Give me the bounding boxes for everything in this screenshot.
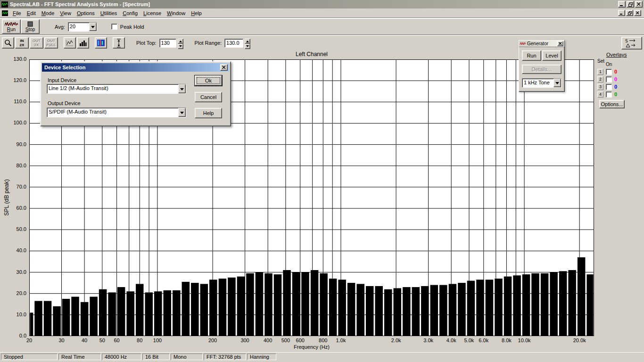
overlay-1-count: 0: [614, 69, 617, 74]
mdi-restore-button[interactable]: [626, 10, 633, 16]
peak-hold-checkbox[interactable]: [111, 24, 117, 30]
focus-ring: [197, 77, 220, 84]
overlay-3-count: 0: [614, 84, 617, 90]
line-plot-view-button[interactable]: [64, 37, 76, 49]
generator-close-button[interactable]: [557, 41, 563, 46]
menu-help[interactable]: Help: [188, 9, 205, 17]
ok-button[interactable]: Ok: [195, 75, 222, 86]
y-axis-tick-label: 80.0: [0, 163, 26, 168]
chart-title: Left Channel: [29, 51, 594, 58]
plot-top-input[interactable]: 130: [159, 39, 176, 48]
help-button[interactable]: Help: [195, 108, 222, 118]
generator-analyzer-toggle-button[interactable]: S: [621, 37, 642, 49]
overlay-2-count: 0: [614, 76, 617, 82]
minimize-button[interactable]: [618, 1, 626, 8]
window-title: SpectraLAB - FFT Spectral Analysis Syste…: [10, 1, 617, 7]
run-label: Run: [7, 27, 16, 32]
dialog-close-button[interactable]: [220, 64, 228, 71]
stop-label: Stop: [25, 27, 35, 32]
generator-waveform-icon: [520, 41, 526, 46]
overlays-set-header: Set: [597, 58, 604, 64]
chevron-down-icon[interactable]: [553, 79, 561, 87]
x-axis-tick-label: 200: [208, 337, 217, 343]
y-axis-tick-label: 10.0: [0, 312, 26, 317]
device-selection-dialog: Device Selection Input Device Line 1/2 (…: [40, 61, 231, 126]
y-axis-tick-label: 100.0: [0, 120, 26, 125]
x-axis-tick-label: 2.0k: [391, 337, 401, 343]
line-chart-icon: [66, 40, 74, 46]
chevron-down-icon[interactable]: [89, 23, 97, 31]
spectrogram-view-button[interactable]: [95, 37, 107, 49]
peak-hold-label: Peak Hold: [120, 24, 144, 30]
menu-edit[interactable]: Edit: [24, 9, 39, 17]
dialog-title: Device Selection: [44, 65, 220, 70]
app-icon: [1, 1, 8, 8]
menu-config[interactable]: Config: [120, 9, 140, 17]
x-axis-tick-label: 3.0k: [423, 337, 433, 343]
spin-down-icon[interactable]: [245, 44, 250, 49]
chevron-down-icon[interactable]: [178, 84, 186, 93]
spin-up-icon[interactable]: [245, 39, 250, 44]
generator-run-button[interactable]: Run: [522, 50, 541, 61]
y-axis-tick-label: 120.0: [0, 77, 26, 83]
x-axis-tick-label: 300: [240, 337, 249, 343]
menu-license[interactable]: License: [140, 9, 164, 17]
menu-window[interactable]: Window: [164, 9, 188, 17]
chevron-down-icon[interactable]: [178, 108, 186, 117]
menu-file[interactable]: File: [10, 9, 24, 17]
zoom-in-2x-button[interactable]: IN 2X: [15, 37, 29, 49]
run-button[interactable]: Run: [2, 19, 21, 34]
generator-titlebar[interactable]: Generator: [519, 41, 564, 47]
plot-range-input[interactable]: 130.0: [224, 39, 243, 48]
generator-level-button[interactable]: Level: [542, 50, 561, 61]
cancel-button[interactable]: Cancel: [195, 92, 222, 102]
overlay-4-count: 0: [614, 91, 617, 97]
overlay-1-on-checkbox[interactable]: [606, 69, 612, 75]
x-axis-tick-label: 800: [319, 337, 327, 343]
menu-options[interactable]: Options: [74, 9, 98, 17]
plot-range-spinner: [245, 39, 250, 48]
input-device-value: Line 1/2 (M-Audio Transit): [47, 84, 178, 93]
output-device-label: Output Device: [48, 100, 81, 106]
stop-button[interactable]: Stop: [21, 19, 40, 34]
vertical-scale-button[interactable]: [113, 37, 125, 49]
menu-utilities[interactable]: Utilities: [98, 9, 120, 17]
input-device-label: Input Device: [48, 77, 76, 83]
menu-view[interactable]: View: [57, 9, 74, 17]
overlay-2-on-checkbox[interactable]: [606, 76, 612, 82]
overlays-title[interactable]: Overlays: [606, 52, 627, 58]
mdi-minimize-button[interactable]: [618, 10, 625, 16]
output-device-select[interactable]: S/PDIF (M-Audio Transit): [47, 107, 186, 117]
mdi-close-button[interactable]: [634, 10, 641, 16]
dialog-titlebar[interactable]: Device Selection: [42, 63, 229, 72]
zoom-tool-button[interactable]: [2, 37, 14, 49]
avg-select[interactable]: 20: [68, 22, 97, 32]
restore-button[interactable]: [627, 1, 634, 8]
spin-down-icon[interactable]: [178, 44, 183, 49]
overlay-3-on-checkbox[interactable]: [606, 84, 612, 90]
close-icon: [559, 42, 562, 45]
avg-value: 20: [68, 23, 89, 31]
overlay-2-set-button[interactable]: 2: [597, 76, 603, 82]
overlay-1-set-button[interactable]: 1: [597, 69, 603, 75]
plot-top-value: 130: [161, 40, 170, 46]
input-device-select[interactable]: Line 1/2 (M-Audio Transit): [47, 84, 186, 94]
overlay-4-set-button[interactable]: 4: [597, 91, 603, 98]
overlays-options-button[interactable]: Options...: [599, 100, 625, 108]
generator-tone-select[interactable]: 1 kHz Tone: [522, 78, 561, 88]
menu-items: FileEditModeViewOptionsUtilitiesConfigLi…: [10, 9, 205, 17]
close-button[interactable]: [635, 1, 643, 8]
transport-toolbar: Run Stop Avg: 20 Peak Hold: [0, 18, 644, 35]
bar-plot-view-button[interactable]: [77, 37, 89, 49]
menu-mode[interactable]: Mode: [39, 9, 58, 17]
spin-up-icon[interactable]: [178, 39, 183, 44]
y-axis-tick-label: 110.0: [0, 99, 26, 104]
overlay-4-on-checkbox[interactable]: [606, 91, 612, 98]
plot-top-spinner: [178, 39, 183, 48]
generator-tone-value: 1 kHz Tone: [522, 79, 553, 87]
x-axis-tick-label: 1.0k: [336, 337, 346, 343]
title-bar: SpectraLAB - FFT Spectral Analysis Syste…: [0, 0, 644, 8]
zoom-out-2x-button: OUT 2X: [30, 37, 43, 49]
vertical-arrows-icon: [116, 39, 121, 48]
overlay-3-set-button[interactable]: 3: [597, 84, 603, 90]
